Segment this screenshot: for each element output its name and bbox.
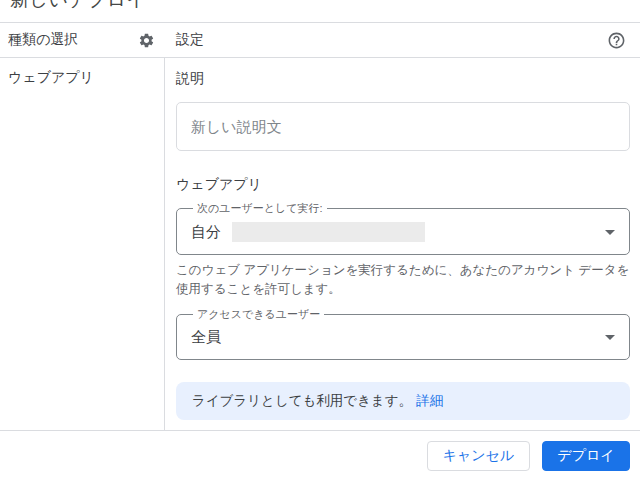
execute-as-row: 自分 [191,222,615,242]
library-info-box: ライブラリとしても利用できます。 詳細 [176,382,630,420]
details-link[interactable]: 詳細 [416,392,443,410]
access-select[interactable]: アクセスできるユーザー 全員 [176,307,630,360]
access-value: 全員 [191,328,221,347]
execute-as-value: 自分 [191,223,221,242]
chevron-down-icon [605,335,615,340]
settings-panel: 説明 ウェブアプリ 次のユーザーとして実行: 自分 このウェブ アプリケーション… [165,58,640,430]
description-label: 説明 [176,70,630,88]
deploy-button[interactable]: デプロイ [542,441,630,471]
description-input[interactable] [176,102,630,151]
sidebar-item-web-app[interactable]: ウェブアプリ [0,58,164,98]
dialog-header: 種類の選択 設定 [0,22,640,58]
access-row: 全員 [191,328,615,347]
execute-as-legend: 次のユーザーとして実行: [193,201,327,216]
redacted-email-block [232,222,425,242]
chevron-down-icon [605,230,615,235]
dialog-footer: キャンセル デプロイ [0,431,640,480]
web-app-section-title: ウェブアプリ [176,176,630,194]
deployment-type-sidebar: ウェブアプリ [0,58,164,430]
execute-as-helper-text: このウェブ アプリケーションを実行するために、あなたのアカウント データを使用す… [176,261,630,300]
settings-heading: 設定 [176,31,204,49]
execute-as-select[interactable]: 次のユーザーとして実行: 自分 [176,201,630,255]
access-legend: アクセスできるユーザー [193,307,324,322]
gear-icon[interactable] [136,30,156,50]
header-right-section: 設定 [164,23,640,57]
header-left-section: 種類の選択 [0,23,164,57]
dialog-title: 新しいデプロイ [10,0,146,13]
help-icon[interactable] [606,30,626,50]
library-info-text: ライブラリとしても利用できます。 [192,392,412,410]
cancel-button[interactable]: キャンセル [427,441,530,471]
select-type-heading: 種類の選択 [8,31,78,49]
